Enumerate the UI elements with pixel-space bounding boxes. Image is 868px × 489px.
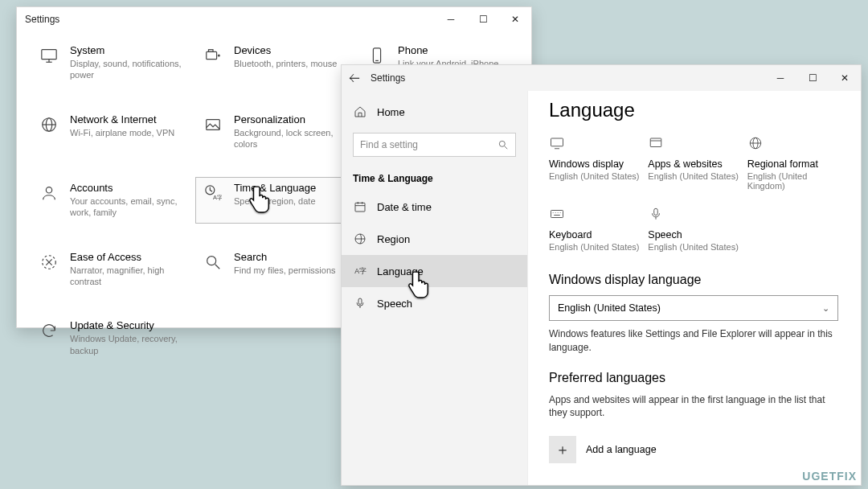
svg-rect-34 bbox=[551, 211, 563, 218]
tile-sub: English (United States) bbox=[549, 171, 640, 181]
globe-icon bbox=[38, 113, 60, 136]
settings-language-window: 🡠 Settings ─ ☐ ✕ Home Find a setting Tim… bbox=[341, 64, 862, 486]
svg-rect-27 bbox=[551, 138, 563, 146]
maximize-button[interactable]: ☐ bbox=[796, 66, 829, 90]
chevron-down-icon: ⌄ bbox=[822, 303, 829, 314]
sidebar-item-home[interactable]: Home bbox=[342, 96, 527, 128]
category-title: Search bbox=[234, 251, 336, 263]
search-input[interactable]: Find a setting bbox=[353, 133, 516, 157]
category-title: System bbox=[70, 44, 182, 56]
tile-regional-format[interactable]: Regional format English (United Kingdom) bbox=[747, 136, 838, 191]
sidebar-item-label: Home bbox=[377, 106, 405, 118]
search-icon bbox=[202, 251, 224, 273]
page-heading: Language bbox=[549, 99, 838, 121]
svg-rect-29 bbox=[651, 138, 662, 147]
maximize-button[interactable]: ☐ bbox=[467, 7, 499, 31]
category-ease-of-access[interactable]: Ease of Access Narrator, magnifier, high… bbox=[31, 246, 189, 293]
close-button[interactable]: ✕ bbox=[499, 7, 531, 31]
sidebar: Home Find a setting Time & Language Date… bbox=[342, 91, 528, 485]
display-icon bbox=[549, 136, 640, 154]
svg-point-5 bbox=[218, 55, 219, 56]
back-button[interactable]: 🡠 bbox=[342, 65, 367, 91]
display-language-heading: Windows display language bbox=[549, 273, 838, 287]
tile-sub: English (United States) bbox=[648, 171, 739, 181]
minimize-button[interactable]: ─ bbox=[764, 66, 796, 90]
plus-icon: ＋ bbox=[549, 436, 576, 463]
date-time-icon bbox=[353, 199, 367, 214]
tile-apps-websites[interactable]: Apps & websites English (United States) bbox=[648, 136, 739, 191]
sidebar-item-label: Speech bbox=[377, 298, 412, 310]
category-update-security[interactable]: Update & Security Windows Update, recove… bbox=[31, 314, 189, 361]
phone-icon bbox=[366, 44, 388, 67]
sidebar-item-language[interactable]: A字 Language bbox=[342, 255, 527, 287]
category-devices[interactable]: Devices Bluetooth, printers, mouse bbox=[195, 39, 353, 86]
category-time-language[interactable]: A字 Time & Language Speech, region, date bbox=[195, 177, 353, 224]
add-language-label: Add a language bbox=[586, 444, 657, 455]
system-icon bbox=[38, 44, 60, 67]
svg-point-16 bbox=[207, 256, 216, 265]
sidebar-section-header: Time & Language bbox=[342, 162, 527, 191]
category-title: Ease of Access bbox=[70, 251, 182, 263]
category-desc: Find my files, permissions bbox=[234, 265, 336, 276]
tile-speech[interactable]: Speech English (United States) bbox=[648, 207, 739, 252]
category-network[interactable]: Network & Internet Wi-Fi, airplane mode,… bbox=[31, 109, 189, 155]
category-system[interactable]: System Display, sound, notifications, po… bbox=[31, 39, 189, 86]
category-title: Update & Security bbox=[70, 319, 182, 331]
tile-windows-display[interactable]: Windows display English (United States) bbox=[549, 136, 640, 191]
tile-title: Apps & websites bbox=[648, 158, 739, 170]
preferred-languages-help: Apps and websites will appear in the fir… bbox=[549, 393, 838, 421]
ease-of-access-icon bbox=[38, 251, 60, 273]
category-title: Network & Internet bbox=[70, 113, 174, 125]
language-tiles: Windows display English (United States) … bbox=[549, 136, 838, 252]
tile-title: Regional format bbox=[747, 158, 838, 170]
tile-title: Keyboard bbox=[549, 229, 640, 240]
tile-title: Windows display bbox=[549, 158, 640, 170]
microphone-icon bbox=[648, 207, 739, 224]
devices-icon bbox=[202, 44, 224, 67]
svg-rect-26 bbox=[358, 298, 362, 304]
globe-icon bbox=[747, 136, 838, 154]
category-desc: Speech, region, date bbox=[234, 195, 316, 207]
add-language-button[interactable]: ＋ Add a language bbox=[549, 436, 838, 463]
category-desc: Windows Update, recovery, backup bbox=[70, 333, 182, 356]
svg-rect-20 bbox=[355, 203, 365, 212]
category-desc: Narrator, magnifier, high contrast bbox=[70, 265, 182, 288]
sidebar-item-label: Region bbox=[377, 233, 410, 245]
titlebar: Settings ─ ☐ ✕ bbox=[17, 7, 531, 31]
category-personalization[interactable]: Personalization Background, lock screen,… bbox=[195, 109, 353, 155]
svg-line-19 bbox=[505, 146, 508, 150]
search-placeholder: Find a setting bbox=[360, 139, 418, 150]
sidebar-item-label: Date & time bbox=[377, 201, 432, 213]
category-desc: Bluetooth, printers, mouse bbox=[234, 58, 337, 69]
category-title: Time & Language bbox=[234, 182, 316, 194]
home-icon bbox=[353, 105, 367, 119]
time-language-icon: A字 bbox=[202, 182, 224, 204]
close-button[interactable]: ✕ bbox=[829, 66, 861, 90]
category-desc: Display, sound, notifications, power bbox=[70, 58, 182, 81]
category-desc: Wi-Fi, airplane mode, VPN bbox=[70, 127, 174, 138]
svg-point-12 bbox=[46, 187, 51, 193]
svg-text:A字: A字 bbox=[213, 194, 222, 201]
window-title: Settings bbox=[367, 72, 764, 84]
tile-sub: English (United States) bbox=[549, 242, 640, 252]
tile-title: Speech bbox=[648, 229, 739, 240]
dropdown-value: English (United States) bbox=[558, 302, 661, 314]
keyboard-icon bbox=[549, 207, 640, 224]
category-accounts[interactable]: Accounts Your accounts, email, sync, wor… bbox=[31, 177, 189, 224]
update-icon bbox=[38, 319, 60, 342]
display-language-dropdown[interactable]: English (United States) ⌄ bbox=[549, 295, 838, 321]
category-desc: Your accounts, email, sync, work, family bbox=[70, 195, 182, 219]
svg-point-18 bbox=[499, 141, 505, 146]
svg-rect-11 bbox=[207, 119, 220, 129]
sidebar-item-date-time[interactable]: Date & time bbox=[342, 191, 527, 223]
category-search[interactable]: Search Find my files, permissions bbox=[195, 246, 353, 293]
display-language-help: Windows features like Settings and File … bbox=[549, 327, 838, 355]
minimize-button[interactable]: ─ bbox=[435, 7, 467, 31]
tile-keyboard[interactable]: Keyboard English (United States) bbox=[549, 207, 640, 252]
accounts-icon bbox=[38, 182, 60, 204]
region-icon bbox=[353, 232, 367, 246]
search-icon bbox=[497, 139, 509, 150]
sidebar-item-speech[interactable]: Speech bbox=[342, 287, 527, 319]
sidebar-item-region[interactable]: Region bbox=[342, 223, 527, 255]
watermark: UGETFIX bbox=[802, 470, 857, 483]
